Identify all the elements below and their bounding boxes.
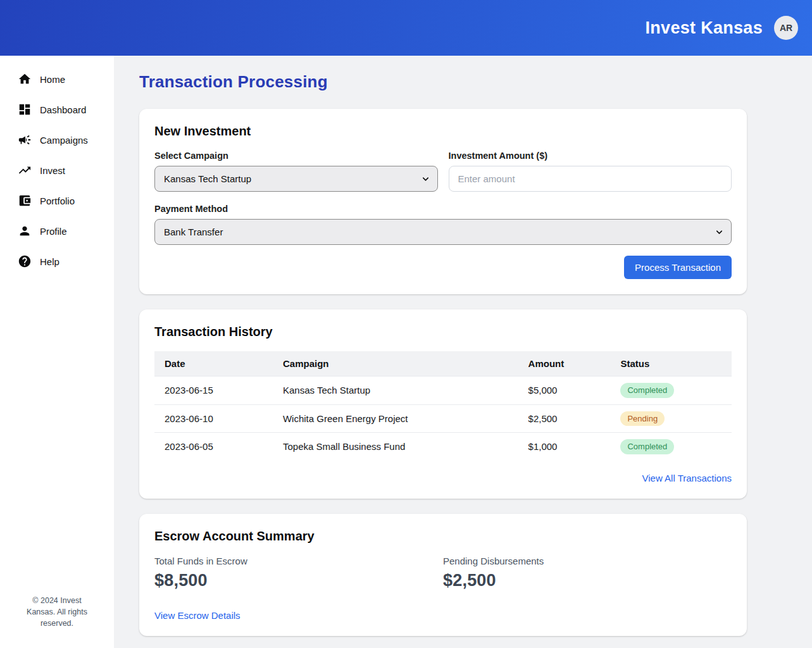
sidebar-item-invest[interactable]: Invest	[0, 155, 114, 185]
investment-amount-input[interactable]	[449, 166, 732, 192]
payment-method-field-group: Payment Method Bank Transfer	[154, 204, 732, 245]
sidebar-item-label: Invest	[40, 165, 65, 176]
form-actions: Process Transaction	[154, 256, 732, 279]
escrow-footer: View Escrow Details	[154, 610, 732, 621]
sidebar-footer-copyright: © 2024 Invest Kansas. All rights reserve…	[0, 595, 114, 648]
escrow-pending-value: $2,500	[443, 571, 732, 590]
status-badge: Pending	[620, 411, 665, 427]
page-title: Transaction Processing	[139, 72, 812, 92]
sidebar-item-portfolio[interactable]: Portfolio	[0, 185, 114, 216]
escrow-summary-card: Escrow Account Summary Total Funds in Es…	[139, 514, 747, 636]
sidebar-item-label: Dashboard	[40, 104, 86, 115]
view-escrow-details-link[interactable]: View Escrow Details	[154, 610, 240, 621]
column-header-date: Date	[154, 351, 273, 377]
payment-method-dropdown[interactable]: Bank Transfer	[154, 219, 732, 245]
column-header-amount: Amount	[518, 351, 611, 377]
dashboard-icon	[18, 103, 32, 116]
sidebar-item-label: Home	[40, 74, 65, 85]
sidebar-item-label: Help	[40, 256, 59, 267]
investment-amount-field-group: Investment Amount ($)	[449, 151, 732, 192]
escrow-total-label: Total Funds in Escrow	[154, 556, 443, 566]
sidebar-item-label: Profile	[40, 226, 67, 237]
process-transaction-button[interactable]: Process Transaction	[624, 256, 732, 279]
transaction-history-title: Transaction History	[154, 325, 732, 339]
layout: Home Dashboard Campaigns Invest	[0, 56, 812, 648]
sidebar-item-help[interactable]: Help	[0, 246, 114, 277]
table-row: 2023-06-10 Wichita Green Energy Project …	[154, 404, 732, 433]
cell-amount: $5,000	[518, 377, 611, 405]
escrow-pending-label: Pending Disbursements	[443, 556, 732, 566]
new-investment-title: New Investment	[154, 124, 732, 139]
sidebar-item-profile[interactable]: Profile	[0, 216, 114, 246]
megaphone-icon	[18, 133, 32, 147]
escrow-pending-stat: Pending Disbursements $2,500	[443, 556, 732, 590]
sidebar: Home Dashboard Campaigns Invest	[0, 56, 114, 648]
table-header-row: Date Campaign Amount Status	[154, 351, 732, 377]
cell-campaign: Wichita Green Energy Project	[273, 404, 518, 433]
escrow-total-value: $8,500	[154, 571, 443, 590]
escrow-total-stat: Total Funds in Escrow $8,500	[154, 556, 443, 590]
transaction-table: Date Campaign Amount Status 2023-06-15 K…	[154, 351, 732, 461]
transaction-history-footer: View All Transactions	[154, 473, 732, 483]
table-row: 2023-06-05 Topeka Small Business Fund $1…	[154, 433, 732, 461]
select-campaign-field-group: Select Campaign Kansas Tech Startup	[154, 151, 438, 192]
cell-amount: $2,500	[518, 404, 611, 433]
brand-title: Invest Kansas	[646, 18, 763, 38]
payment-method-label: Payment Method	[154, 204, 732, 214]
cell-campaign: Topeka Small Business Fund	[273, 433, 518, 461]
person-icon	[18, 224, 32, 238]
escrow-stats: Total Funds in Escrow $8,500 Pending Dis…	[154, 556, 732, 590]
home-icon	[18, 72, 32, 86]
cell-date: 2023-06-15	[154, 377, 273, 405]
app-header: Invest Kansas AR	[0, 0, 812, 56]
cell-amount: $1,000	[518, 433, 611, 461]
help-icon	[18, 254, 32, 268]
cell-status: Completed	[610, 433, 732, 461]
transaction-history-card: Transaction History Date Campaign Amount…	[139, 309, 747, 499]
select-campaign-label: Select Campaign	[154, 151, 438, 161]
cell-status: Pending	[610, 404, 732, 433]
sidebar-item-home[interactable]: Home	[0, 64, 114, 94]
column-header-campaign: Campaign	[273, 351, 518, 377]
column-header-status: Status	[610, 351, 732, 377]
investment-amount-label: Investment Amount ($)	[449, 151, 732, 161]
sidebar-item-label: Portfolio	[40, 196, 75, 206]
user-avatar[interactable]: AR	[774, 16, 798, 40]
cell-campaign: Kansas Tech Startup	[273, 377, 518, 405]
select-campaign-dropdown[interactable]: Kansas Tech Startup	[154, 166, 438, 192]
sidebar-item-label: Campaigns	[40, 135, 88, 146]
main-content: Transaction Processing New Investment Se…	[114, 56, 812, 648]
escrow-summary-title: Escrow Account Summary	[154, 529, 732, 544]
status-badge: Completed	[620, 383, 674, 398]
table-row: 2023-06-15 Kansas Tech Startup $5,000 Co…	[154, 377, 732, 405]
view-all-transactions-link[interactable]: View All Transactions	[642, 473, 732, 483]
sidebar-nav: Home Dashboard Campaigns Invest	[0, 56, 114, 277]
trending-up-icon	[18, 163, 32, 177]
new-investment-card: New Investment Select Campaign Kansas Te…	[139, 109, 747, 294]
cell-status: Completed	[610, 377, 732, 405]
status-badge: Completed	[620, 439, 674, 454]
wallet-icon	[18, 194, 32, 208]
new-investment-form: Select Campaign Kansas Tech Startup Inve…	[154, 151, 732, 245]
sidebar-item-campaigns[interactable]: Campaigns	[0, 125, 114, 155]
cell-date: 2023-06-10	[154, 404, 273, 433]
sidebar-item-dashboard[interactable]: Dashboard	[0, 94, 114, 125]
cell-date: 2023-06-05	[154, 433, 273, 461]
